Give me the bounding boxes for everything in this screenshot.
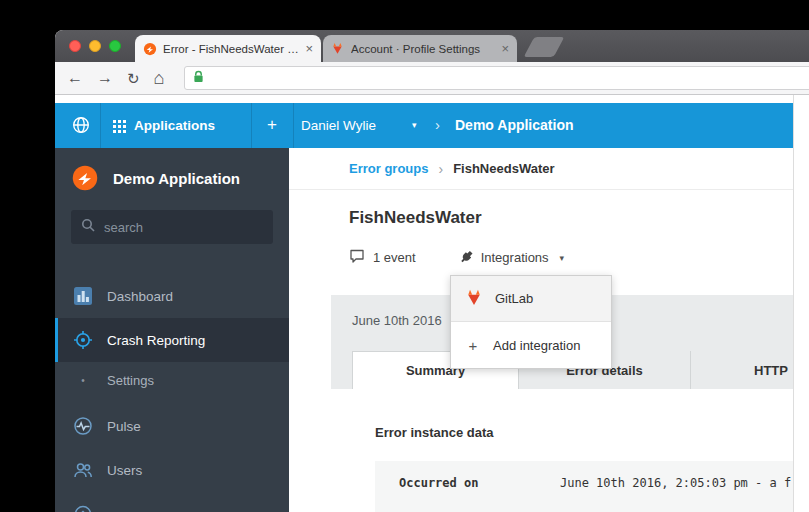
browser-tab-active[interactable]: Error - FishNeedsWater - R ×: [135, 35, 321, 62]
close-tab-icon[interactable]: ×: [501, 42, 509, 55]
secure-lock-icon[interactable]: [193, 69, 204, 87]
top-nav: Applications + Daniel Wylie ▾ › Demo App…: [55, 103, 809, 148]
scrollbar[interactable]: [793, 95, 809, 512]
bullet-icon: •: [73, 375, 93, 386]
sidebar-item-label: Settings: [107, 373, 154, 388]
sidebar-search[interactable]: [71, 210, 273, 244]
row-label: Occurred on: [375, 461, 560, 512]
chevron-icon: ›: [438, 161, 443, 177]
main-content: Error groups › FishNeedsWater FishNeedsW…: [289, 148, 809, 512]
search-input[interactable]: [104, 220, 263, 235]
dropdown-label: Add integration: [493, 338, 580, 353]
breadcrumb-current: FishNeedsWater: [453, 161, 554, 176]
tab-title: Account · Profile Settings: [351, 43, 495, 55]
browser-window: Error - FishNeedsWater - R × Account · P…: [55, 30, 809, 512]
dropdown-label: GitLab: [495, 291, 533, 306]
sidebar: Demo Application Dashboard: [55, 148, 289, 512]
window-controls: [69, 40, 121, 52]
sidebar-item-partial[interactable]: [55, 492, 289, 512]
integrations-button[interactable]: Integrations: [481, 250, 549, 265]
close-window-button[interactable]: [69, 40, 81, 52]
pulse-icon: [73, 416, 93, 436]
sidebar-item-users[interactable]: Users: [55, 448, 289, 492]
sidebar-app-title: Demo Application: [113, 170, 240, 187]
gitlab-favicon-icon: [331, 42, 345, 56]
nav-divider: [251, 103, 252, 148]
address-bar[interactable]: [184, 66, 809, 90]
apps-grid-icon: [113, 119, 126, 137]
globe-icon[interactable]: [71, 115, 91, 139]
section-title: Error instance data: [375, 425, 809, 441]
close-tab-icon[interactable]: ×: [305, 42, 313, 55]
speech-bubble-icon: [349, 248, 365, 267]
tab-strip: Error - FishNeedsWater - R × Account · P…: [55, 30, 809, 62]
crosshair-icon: [73, 330, 93, 350]
plus-icon: +: [465, 337, 481, 354]
raygun-favicon-icon: [143, 42, 157, 56]
sidebar-item-label: Crash Reporting: [107, 333, 205, 348]
sidebar-item-crash-reporting[interactable]: Crash Reporting: [55, 318, 289, 362]
error-meta-row: 1 event Integrations ▾: [349, 248, 809, 267]
users-icon: [73, 460, 93, 480]
minimize-window-button[interactable]: [89, 40, 101, 52]
search-icon: [81, 218, 95, 236]
nav-divider: [100, 103, 101, 148]
sidebar-item-label: Users: [107, 463, 142, 478]
reload-button[interactable]: ↻: [127, 71, 140, 86]
browser-toolbar: ← → ↻ ⌂: [55, 62, 809, 95]
event-count[interactable]: 1 event: [373, 250, 416, 265]
sidebar-item-label: Dashboard: [107, 289, 173, 304]
sidebar-header: Demo Application: [55, 148, 289, 208]
dashboard-icon: [73, 286, 93, 306]
forward-button[interactable]: →: [97, 70, 113, 86]
zoom-window-button[interactable]: [109, 40, 121, 52]
integrations-dropdown: GitLab + Add integration: [450, 275, 612, 369]
new-tab-button[interactable]: [524, 37, 565, 57]
sidebar-item-settings[interactable]: • Settings: [55, 362, 289, 398]
sidebar-nav: Dashboard Crash Reporting • Settings: [55, 274, 289, 512]
raygun-logo-icon: [71, 164, 99, 192]
row-value: June 10th 2016, 2:05:03 pm - a f: [560, 461, 791, 512]
screenshot-canvas: Error - FishNeedsWater - R × Account · P…: [0, 0, 809, 512]
page-top-gap: [55, 95, 809, 103]
home-button[interactable]: ⌂: [154, 69, 165, 87]
breadcrumb: Error groups › FishNeedsWater: [289, 148, 809, 190]
integrations-icon: [453, 246, 476, 269]
caret-down-icon: ▾: [560, 253, 565, 263]
back-button[interactable]: ←: [67, 70, 83, 86]
user-menu[interactable]: Daniel Wylie: [301, 103, 376, 148]
sidebar-item-pulse[interactable]: Pulse: [55, 404, 289, 448]
sidebar-item-label: Pulse: [107, 419, 141, 434]
chevron-icon: ›: [435, 103, 440, 147]
applications-menu[interactable]: Applications: [134, 103, 215, 148]
browser-tab-inactive[interactable]: Account · Profile Settings ×: [323, 35, 517, 62]
tab-title: Error - FishNeedsWater - R: [163, 43, 299, 55]
table-row: Occurred on June 10th 2016, 2:05:03 pm -…: [375, 461, 809, 512]
add-application-button[interactable]: +: [260, 103, 284, 147]
page-title: FishNeedsWater: [349, 208, 809, 228]
tab-http[interactable]: HTTP: [691, 351, 809, 389]
page: Applications + Daniel Wylie ▾ › Demo App…: [55, 95, 809, 512]
breadcrumb-error-groups[interactable]: Error groups: [349, 161, 428, 176]
current-app-name[interactable]: Demo Application: [455, 103, 574, 148]
nav-divider: [293, 103, 294, 148]
dropdown-item-gitlab[interactable]: GitLab: [451, 276, 611, 322]
nav-icon: [73, 504, 93, 512]
gitlab-icon: [465, 289, 483, 309]
dropdown-item-add-integration[interactable]: + Add integration: [451, 322, 611, 368]
sidebar-item-dashboard[interactable]: Dashboard: [55, 274, 289, 318]
caret-down-icon: ▾: [412, 103, 417, 148]
